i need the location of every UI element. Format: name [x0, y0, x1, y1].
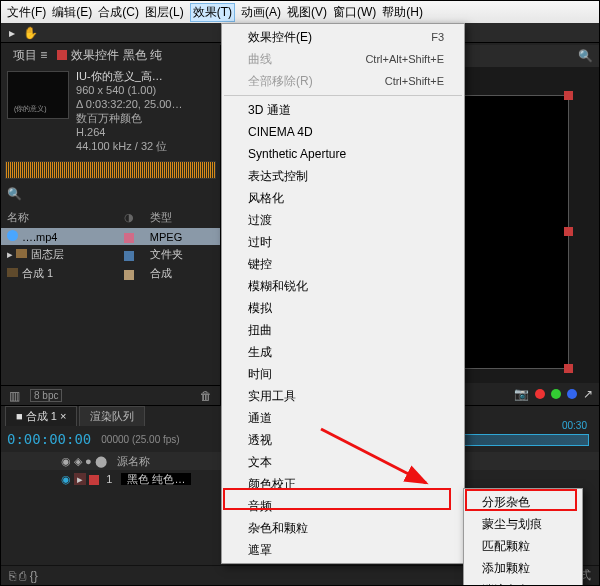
ruler-end: 00:30	[562, 420, 587, 431]
menu-matte[interactable]: 遮罩	[222, 539, 464, 561]
menu-effect[interactable]: 效果(T)	[190, 3, 235, 22]
row-name: 固态层	[31, 248, 64, 260]
project-item-title: IU-你的意义_高…	[76, 69, 182, 83]
project-item-audio: 44.100 kHz / 32 位	[76, 139, 182, 153]
row-type: 文件夹	[144, 245, 220, 264]
project-thumbnail[interactable]	[7, 71, 69, 119]
search-icon[interactable]: 🔍	[7, 187, 22, 201]
effect-controls-tab[interactable]: 效果控件 黑色 纯	[71, 47, 162, 64]
selection-tool-icon[interactable]: ▸	[9, 26, 15, 40]
search-icon[interactable]: 🔍	[578, 49, 593, 63]
menu-transition[interactable]: 过渡	[222, 209, 464, 231]
transform-handle[interactable]	[564, 364, 573, 373]
menu-simulation[interactable]: 模拟	[222, 297, 464, 319]
sub-fractal-noise[interactable]: 分形杂色	[464, 491, 582, 513]
menu-layer[interactable]: 图层(L)	[145, 4, 184, 21]
noise-submenu: 分形杂色 蒙尘与划痕 匹配颗粒 添加颗粒 湍流杂色	[463, 488, 583, 586]
transform-handle[interactable]	[564, 227, 573, 236]
menu-file[interactable]: 文件(F)	[7, 4, 46, 21]
menu-blur[interactable]: 模糊和锐化	[222, 275, 464, 297]
menu-3d-channel[interactable]: 3D 通道	[222, 99, 464, 121]
row-name: ….mp4	[22, 231, 57, 243]
menu-channel[interactable]: 通道	[222, 407, 464, 429]
row-type: 合成	[144, 264, 220, 283]
audio-waveform	[5, 161, 216, 179]
project-footer: ▥ 8 bpc 🗑	[1, 385, 220, 405]
current-time[interactable]: 0:00:00:00	[7, 431, 91, 447]
menu-keying[interactable]: 键控	[222, 253, 464, 275]
menu-synthetic[interactable]: Synthetic Aperture	[222, 143, 464, 165]
tl-footer-icons[interactable]: ⎘ ⎙ {}	[9, 569, 38, 583]
trash-icon[interactable]: 🗑	[200, 389, 212, 403]
menu-distort[interactable]: 扭曲	[222, 319, 464, 341]
menu-curves[interactable]: 曲线Ctrl+Alt+Shift+E	[222, 48, 464, 70]
tab-comp1[interactable]: ■ 合成 1 ×	[5, 406, 77, 426]
menu-perspective[interactable]: 透视	[222, 429, 464, 451]
hand-tool-icon[interactable]: ✋	[23, 26, 38, 40]
menu-help[interactable]: 帮助(H)	[382, 4, 423, 21]
new-comp-icon[interactable]: ▥	[9, 389, 20, 403]
menu-audio[interactable]: 音频	[222, 495, 464, 517]
row-name: 合成 1	[22, 267, 53, 279]
project-item-meta: IU-你的意义_高… 960 x 540 (1.00) Δ 0:03:32:20…	[76, 69, 182, 153]
menu-stylize[interactable]: 风格化	[222, 187, 464, 209]
menu-utility[interactable]: 实用工具	[222, 385, 464, 407]
tab-render-queue[interactable]: 渲染队列	[79, 406, 145, 426]
comp-icon	[7, 268, 18, 277]
label-swatch	[124, 233, 134, 243]
row-type: MPEG	[144, 228, 220, 245]
menu-edit[interactable]: 编辑(E)	[52, 4, 92, 21]
project-item-size: 960 x 540 (1.00)	[76, 83, 182, 97]
menu-expression[interactable]: 表达式控制	[222, 165, 464, 187]
menu-window[interactable]: 窗口(W)	[333, 4, 376, 21]
expand-icon[interactable]: ↗	[583, 387, 593, 401]
label-swatch	[124, 270, 134, 280]
menu-composition[interactable]: 合成(C)	[98, 4, 139, 21]
menu-generate[interactable]: 生成	[222, 341, 464, 363]
menu-cinema4d[interactable]: CINEMA 4D	[222, 121, 464, 143]
sub-add-grain[interactable]: 添加颗粒	[464, 557, 582, 579]
table-row[interactable]: 合成 1 合成	[1, 264, 220, 283]
record-icon	[57, 50, 67, 60]
color-blue-icon[interactable]	[567, 389, 577, 399]
menu-animation[interactable]: 动画(A)	[241, 4, 281, 21]
col-type[interactable]: 类型	[144, 207, 220, 228]
sub-turbulent-noise[interactable]: 湍流杂色	[464, 579, 582, 586]
color-red-icon[interactable]	[535, 389, 545, 399]
folder-icon	[16, 249, 27, 258]
layer-index: 1	[106, 473, 112, 485]
label-swatch	[89, 475, 99, 485]
menubar: 文件(F) 编辑(E) 合成(C) 图层(L) 效果(T) 动画(A) 视图(V…	[1, 1, 599, 23]
project-tab[interactable]: 项目 ≡	[7, 44, 53, 67]
menu-time[interactable]: 时间	[222, 363, 464, 385]
fps-label: 00000 (25.00 fps)	[101, 434, 179, 445]
menu-remove-all[interactable]: 全部移除(R)Ctrl+Shift+E	[222, 70, 464, 92]
transform-handle[interactable]	[564, 91, 573, 100]
menu-noise-grain[interactable]: 杂色和颗粒	[222, 517, 464, 539]
col-source[interactable]: 源名称	[117, 454, 150, 469]
camera-icon[interactable]: 📷	[514, 387, 529, 401]
menu-text[interactable]: 文本	[222, 451, 464, 473]
menu-obsolete[interactable]: 过时	[222, 231, 464, 253]
project-item-colors: 数百万种颜色	[76, 111, 182, 125]
project-list: 名称 ◑ 类型 ….mp4 MPEG ▸ 固态层 文件夹 合成 1 合成	[1, 207, 220, 283]
mpeg-icon	[7, 230, 18, 241]
sub-dust-scratches[interactable]: 蒙尘与划痕	[464, 513, 582, 535]
menu-effect-controls[interactable]: 效果控件(E)F3	[222, 26, 464, 48]
label-color-icon[interactable]: ◑	[124, 211, 134, 223]
layer-name: 黑色 纯色…	[121, 473, 191, 485]
color-green-icon[interactable]	[551, 389, 561, 399]
table-row[interactable]: ▸ 固态层 文件夹	[1, 245, 220, 264]
col-name[interactable]: 名称	[1, 207, 118, 228]
bpc-badge[interactable]: 8 bpc	[30, 389, 62, 402]
menu-color-correct[interactable]: 颜色校正	[222, 473, 464, 495]
effects-menu: 效果控件(E)F3 曲线Ctrl+Alt+Shift+E 全部移除(R)Ctrl…	[221, 23, 465, 564]
project-panel: 项目 ≡ 效果控件 黑色 纯 IU-你的意义_高… 960 x 540 (1.0…	[1, 45, 221, 405]
project-item-duration: Δ 0:03:32:20, 25.00…	[76, 97, 182, 111]
menu-view[interactable]: 视图(V)	[287, 4, 327, 21]
sub-match-grain[interactable]: 匹配颗粒	[464, 535, 582, 557]
project-item-codec: H.264	[76, 125, 182, 139]
table-row[interactable]: ….mp4 MPEG	[1, 228, 220, 245]
label-swatch	[124, 251, 134, 261]
